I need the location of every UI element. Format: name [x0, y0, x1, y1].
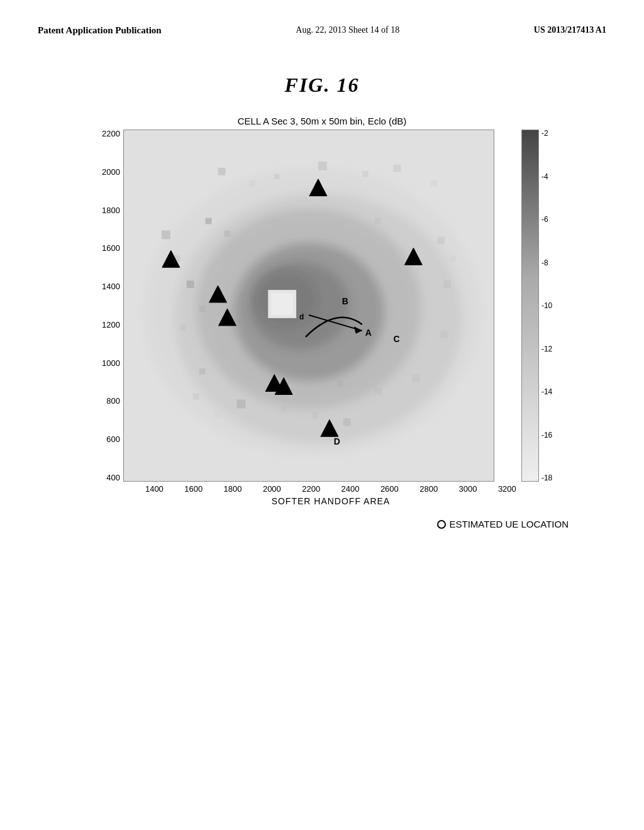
cb-label-2: -2	[541, 130, 552, 137]
y-label-400: 400	[106, 473, 120, 482]
svg-rect-23	[440, 331, 448, 338]
svg-text:d: d	[299, 313, 304, 321]
x-label-2600: 2600	[380, 484, 399, 494]
x-label-3000: 3000	[459, 484, 477, 494]
chart-area: CELL A Sec 3, 50m x 50m bin, Eclo (dB) 2…	[102, 116, 542, 506]
page-header: Patent Application Publication Aug. 22, …	[38, 25, 606, 36]
svg-rect-49	[375, 218, 381, 224]
svg-rect-12	[249, 180, 255, 187]
cb-label-16: -16	[541, 431, 552, 439]
svg-rect-24	[425, 356, 431, 362]
svg-text:A: A	[365, 328, 372, 338]
svg-rect-20	[450, 255, 456, 262]
legend-item-ue-location: ESTIMATED UE LOCATION	[437, 519, 569, 529]
colorbar-container: -2 -4 -6 -8 -10 -12 -14 -16 -18	[521, 130, 552, 482]
svg-rect-27	[312, 412, 318, 418]
y-label-1800: 1800	[102, 206, 120, 214]
x-label-2400: 2400	[341, 484, 360, 494]
y-axis-labels: 2200 2000 1800 1600 1400 1200 1000 800 6…	[102, 130, 120, 482]
svg-rect-54	[193, 394, 199, 400]
svg-rect-10	[393, 165, 401, 172]
chart-container: CELL A Sec 3, 50m x 50m bin, Eclo (dB) 2…	[64, 116, 580, 506]
y-label-600: 600	[106, 435, 120, 443]
x-axis-labels: 1400 1600 1800 2000 2200 2400 2600 2800 …	[145, 484, 516, 494]
y-label-1000: 1000	[102, 359, 120, 367]
x-label-2000: 2000	[263, 484, 281, 494]
svg-text:B: B	[342, 296, 348, 306]
svg-rect-29	[280, 406, 287, 412]
svg-rect-17	[199, 306, 206, 312]
svg-rect-22	[456, 312, 462, 318]
svg-rect-8	[318, 162, 327, 170]
svg-rect-25	[412, 375, 419, 382]
svg-rect-51	[337, 381, 343, 387]
svg-rect-11	[431, 180, 437, 187]
y-label-2000: 2000	[102, 168, 120, 176]
cb-label-12: -12	[541, 345, 552, 353]
header-center-text: Aug. 22, 2013 Sheet 14 of 18	[296, 25, 399, 35]
plot-svg: B d A C D	[124, 130, 494, 481]
cb-label-8: -8	[541, 259, 552, 267]
legend-area: ESTIMATED UE LOCATION	[38, 519, 569, 531]
svg-text:D: D	[334, 436, 340, 446]
y-label-800: 800	[106, 397, 120, 405]
x-label-1800: 1800	[224, 484, 242, 494]
svg-rect-52	[375, 387, 382, 395]
svg-rect-19	[437, 236, 445, 244]
plot-and-colorbar: B d A C D	[123, 130, 552, 506]
chart-inner: 2200 2000 1800 1600 1400 1200 1000 800 6…	[102, 130, 542, 506]
cb-label-14: -14	[541, 388, 552, 396]
cb-label-4: -4	[541, 173, 552, 180]
svg-rect-18	[180, 324, 187, 331]
svg-rect-48	[224, 230, 230, 236]
legend-label: ESTIMATED UE LOCATION	[450, 519, 569, 529]
y-label-2200: 2200	[102, 130, 120, 138]
colorbar-labels: -2 -4 -6 -8 -10 -12 -14 -16 -18	[541, 130, 552, 482]
header-left-text: Patent Application Publication	[38, 25, 162, 36]
svg-rect-28	[343, 418, 351, 426]
colorbar	[521, 130, 539, 482]
y-label-1400: 1400	[102, 282, 120, 290]
svg-rect-16	[187, 280, 194, 288]
plot-area: B d A C D	[123, 130, 494, 482]
x-label-3200: 3200	[498, 484, 516, 494]
svg-text:C: C	[393, 334, 399, 344]
cb-label-6: -6	[541, 216, 552, 223]
svg-rect-14	[162, 230, 170, 239]
y-label-1600: 1600	[102, 244, 120, 252]
cb-label-10: -10	[541, 302, 552, 309]
svg-rect-9	[362, 171, 369, 177]
svg-rect-31	[271, 293, 293, 315]
svg-rect-55	[214, 412, 221, 418]
chart-title: CELL A Sec 3, 50m x 50m bin, Eclo (dB)	[102, 116, 542, 126]
figure-title: FIG. 16	[38, 74, 606, 97]
x-label-2200: 2200	[302, 484, 320, 494]
y-label-1200: 1200	[102, 321, 120, 329]
x-label-2800: 2800	[419, 484, 438, 494]
svg-rect-21	[443, 280, 451, 288]
svg-rect-50	[399, 224, 406, 230]
svg-rect-13	[274, 174, 279, 179]
svg-rect-26	[236, 399, 245, 408]
legend-circle-icon	[437, 520, 446, 529]
x-label-1600: 1600	[184, 484, 203, 494]
svg-rect-53	[199, 368, 206, 375]
x-label-1400: 1400	[145, 484, 164, 494]
cb-label-18: -18	[541, 474, 552, 482]
x-axis-title: SOFTER HANDOFF AREA	[145, 496, 516, 506]
svg-rect-47	[206, 218, 212, 224]
svg-rect-7	[218, 168, 225, 175]
header-right-text: US 2013/217413 A1	[534, 25, 606, 35]
